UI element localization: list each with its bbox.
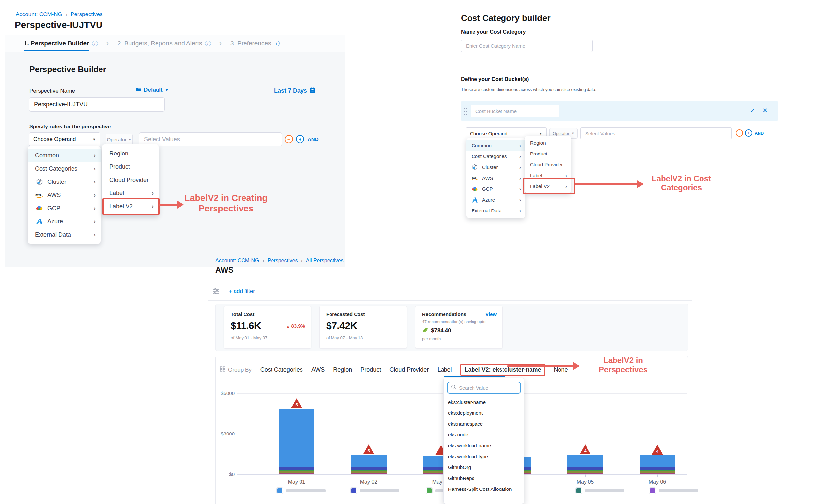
legend-item[interactable] <box>650 487 698 494</box>
folder-selector[interactable]: Default ▼ <box>136 87 169 93</box>
legend-item[interactable] <box>351 487 399 494</box>
stacked-bar-may-05[interactable] <box>567 455 603 474</box>
x-axis-tick <box>296 474 297 477</box>
submenu-item-region[interactable]: Region <box>525 137 571 148</box>
confirm-bucket-button[interactable]: ✓ <box>750 107 755 114</box>
breadcrumb-link[interactable]: Perspectives <box>70 11 103 18</box>
groupby-tab-product[interactable]: Product <box>361 366 381 373</box>
cost-bucket-name-input[interactable]: Cost Bucket Name <box>470 105 560 117</box>
anomaly-badge[interactable]: 4 <box>652 445 663 454</box>
dropdown-option[interactable]: eks:cluster-name <box>443 396 524 408</box>
menu-item-azure[interactable]: Azure› <box>466 195 525 205</box>
menu-item-cluster[interactable]: Cluster› <box>466 162 525 173</box>
wizard-tab[interactable]: 3. Preferencesi <box>230 40 280 47</box>
groupby-tab-label[interactable]: Label <box>437 366 452 373</box>
submenu-item-region[interactable]: Region <box>102 147 159 160</box>
stacked-bar-may-02[interactable] <box>351 455 386 474</box>
groupby-tab-region[interactable]: Region <box>333 366 352 373</box>
add-rule-button[interactable]: + <box>296 135 304 143</box>
dropdown-option[interactable]: GithubOrg <box>443 462 524 473</box>
date-range-label: Last 7 Days <box>274 87 307 94</box>
groupby-tab-cloud-provider[interactable]: Cloud Provider <box>390 366 429 373</box>
add-filter-button[interactable]: + add filter <box>229 288 255 295</box>
drag-handle-icon[interactable] <box>464 107 467 115</box>
anomaly-badge[interactable]: 5 <box>291 398 302 408</box>
menu-item-gcp[interactable]: GCP› <box>466 183 525 195</box>
anomaly-badge[interactable]: 4 <box>580 444 591 454</box>
bar-segment <box>279 473 314 474</box>
submenu-item-product[interactable]: Product <box>525 148 571 159</box>
menu-item-cost-categories[interactable]: Cost Categories› <box>28 162 101 175</box>
legend-item[interactable] <box>277 487 325 494</box>
svg-text:aws: aws <box>472 176 477 179</box>
anomaly-badge[interactable]: 5 <box>363 444 374 454</box>
wizard-tab-label: 2. Budgets, Reports and Alerts <box>117 40 202 47</box>
bar-segment-blue <box>279 409 314 467</box>
menu-item-external-data[interactable]: External Data› <box>466 205 525 216</box>
menu-item-aws[interactable]: awsAWS› <box>466 173 525 183</box>
remove-rule-button[interactable]: − <box>736 129 743 137</box>
submenu-item-label[interactable]: Label› <box>525 170 571 181</box>
dropdown-option[interactable]: Harness-Split Cost Allocation <box>443 483 524 495</box>
annotation-cost-categories: LabelV2 in CostCategories <box>645 174 718 193</box>
dropdown-option[interactable]: GithubRepo <box>443 473 524 483</box>
dropdown-option[interactable]: eks:workload-type <box>443 451 524 462</box>
choose-operand-select[interactable]: Choose Operand ▼ <box>29 132 100 146</box>
menu-item-label: Cluster <box>482 165 498 170</box>
composite-screenshot: Account: CCM-NG›Perspectives Perspective… <box>0 0 831 504</box>
breadcrumb-link[interactable]: Account: CCM-NG <box>16 11 62 18</box>
dropdown-option[interactable]: eks:deployment <box>443 408 524 418</box>
cost-category-name-input[interactable]: Enter Cost Category Name <box>461 39 593 52</box>
and-operator-button[interactable]: AND <box>308 137 319 142</box>
dropdown-option[interactable]: eks:node <box>443 429 524 440</box>
groupby-tab-aws[interactable]: AWS <box>311 366 324 373</box>
wizard-tab[interactable]: 1. Perspective Builderi <box>24 40 98 47</box>
menu-item-cost-categories[interactable]: Cost Categories› <box>466 151 525 162</box>
submenu-item-product[interactable]: Product <box>102 160 159 173</box>
dropdown-option[interactable]: eks:namespace <box>443 418 524 429</box>
dropdown-option[interactable]: eks:workload-name <box>443 440 524 451</box>
search-value-input[interactable]: Search Value <box>447 382 521 394</box>
menu-item-azure[interactable]: Azure› <box>28 215 101 228</box>
cancel-bucket-button[interactable]: ✕ <box>763 107 768 114</box>
menu-item-label: Azure <box>482 197 495 203</box>
view-recommendations-link[interactable]: View <box>485 311 496 317</box>
select-values-input[interactable]: Select Values <box>580 127 732 139</box>
menu-item-cluster[interactable]: Cluster› <box>28 175 101 188</box>
groupby-tab-cost-categories[interactable]: Cost Categories <box>260 366 303 373</box>
menu-item-common[interactable]: Common› <box>466 140 525 151</box>
gcp-icon <box>471 186 478 192</box>
submenu-item-label-v2[interactable]: Label V2› <box>102 200 159 213</box>
remove-rule-button[interactable]: − <box>285 135 293 143</box>
and-operator-button[interactable]: AND <box>754 131 764 136</box>
operator-select[interactable]: Operator ▼ <box>106 134 133 145</box>
bar-segment <box>351 473 386 474</box>
add-rule-button[interactable]: + <box>745 129 752 137</box>
wizard-tab[interactable]: 2. Budgets, Reports and Alertsi <box>117 40 211 47</box>
breadcrumb-link[interactable]: Account: CCM-NG <box>216 258 259 264</box>
menu-item-label: AWS <box>48 192 61 199</box>
menu-item-gcp[interactable]: GCP› <box>28 202 101 215</box>
stacked-bar-may-01[interactable] <box>279 409 314 474</box>
submenu-item-label: Label V2 <box>530 183 550 189</box>
menu-item-common[interactable]: Common› <box>28 149 101 162</box>
savings-value: $784.40 <box>431 327 451 334</box>
date-range-picker[interactable]: Last 7 Days <box>274 87 316 94</box>
submenu-item-label[interactable]: Label› <box>102 186 159 200</box>
select-values-input[interactable]: Select Values <box>139 132 282 146</box>
menu-item-aws[interactable]: awsAWS› <box>28 188 101 202</box>
groupby-tab-none[interactable]: None <box>554 366 568 373</box>
stacked-bar-may-06[interactable] <box>639 455 675 474</box>
submenu-item-cloud-provider[interactable]: Cloud Provider <box>102 173 159 186</box>
chevron-right-icon: › <box>93 231 95 238</box>
breadcrumb-separator: › <box>65 11 67 18</box>
y-axis-tick-label: $6000 <box>216 390 235 396</box>
breadcrumb-link[interactable]: All Perspectives <box>306 258 344 264</box>
submenu-item-label-v2[interactable]: Label V2› <box>525 181 571 192</box>
submenu-item-cloud-provider[interactable]: Cloud Provider <box>525 159 571 170</box>
breadcrumb-link[interactable]: Perspectives <box>267 258 298 264</box>
filter-icon[interactable] <box>212 288 220 296</box>
legend-item[interactable] <box>576 487 624 494</box>
menu-item-external-data[interactable]: External Data› <box>28 228 101 241</box>
perspective-name-input[interactable]: Perspective-IUJTVU <box>29 97 165 112</box>
